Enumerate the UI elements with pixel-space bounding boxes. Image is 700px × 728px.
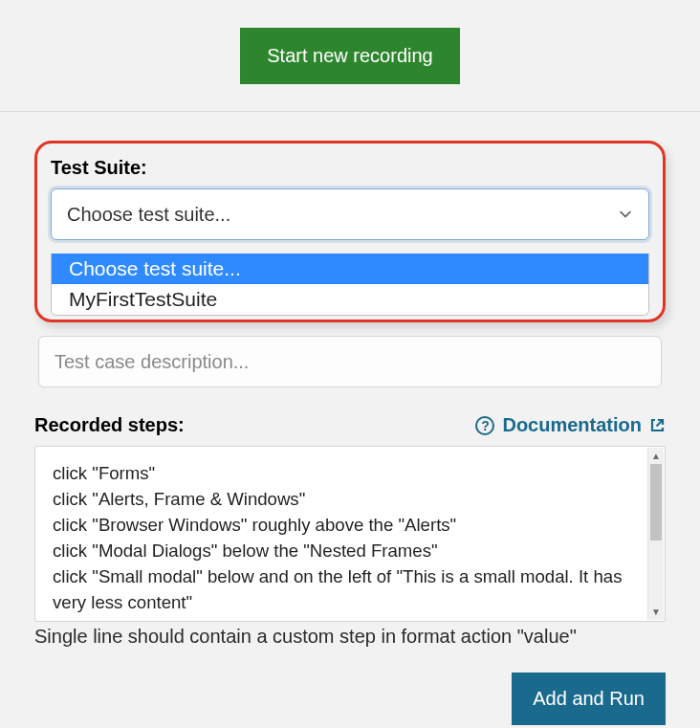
add-and-run-button[interactable]: Add and Run — [512, 673, 666, 725]
test-suite-select-value: Choose test suite... — [67, 204, 230, 226]
recorded-steps-textarea[interactable]: click "Forms" click "Alerts, Frame & Win… — [34, 446, 666, 622]
steps-header: Recorded steps: ? Documentation — [34, 414, 666, 436]
test-suite-select[interactable]: Choose test suite... — [51, 188, 649, 240]
test-suite-dropdown: Choose test suite... MyFirstTestSuite — [51, 254, 649, 316]
top-bar: Start new recording — [0, 0, 700, 112]
step-line: click "Browser Windows" roughly above th… — [53, 512, 638, 538]
description-input[interactable]: Test case description... — [38, 336, 662, 387]
scroll-up-arrow-icon[interactable]: ▲ — [648, 448, 664, 464]
action-row: Add and Run — [34, 673, 666, 725]
form-content: Test Suite: Choose test suite... Choose … — [0, 112, 700, 725]
dropdown-option-myfirst[interactable]: MyFirstTestSuite — [52, 284, 648, 315]
help-icon: ? — [475, 416, 494, 435]
scroll-down-arrow-icon[interactable]: ▼ — [648, 604, 664, 620]
start-recording-button[interactable]: Start new recording — [240, 28, 459, 84]
step-line: click "Close" below the "This is a small… — [53, 615, 638, 621]
test-suite-select-wrap: Choose test suite... — [51, 188, 649, 240]
test-suite-label: Test Suite: — [51, 157, 649, 179]
scrollbar-thumb[interactable] — [650, 464, 662, 540]
description-placeholder: Test case description... — [55, 351, 249, 373]
recorded-steps-label: Recorded steps: — [34, 414, 185, 436]
documentation-link-text: Documentation — [502, 414, 642, 436]
scrollbar[interactable]: ▲ ▼ — [647, 448, 664, 620]
recorded-steps-content: click "Forms" click "Alerts, Frame & Win… — [35, 447, 665, 621]
dropdown-option-placeholder[interactable]: Choose test suite... — [52, 254, 648, 284]
step-line: click "Forms" — [53, 460, 638, 486]
steps-help-text: Single line should contain a custom step… — [34, 626, 666, 648]
chevron-down-icon — [618, 207, 633, 222]
external-link-icon — [649, 417, 666, 433]
documentation-link[interactable]: ? Documentation — [475, 414, 666, 436]
step-line: click "Small modal" below and on the lef… — [53, 563, 638, 615]
test-suite-section: Test Suite: Choose test suite... Choose … — [34, 141, 666, 322]
step-line: click "Alerts, Frame & Windows" — [53, 486, 638, 512]
step-line: click "Modal Dialogs" below the "Nested … — [53, 538, 638, 563]
